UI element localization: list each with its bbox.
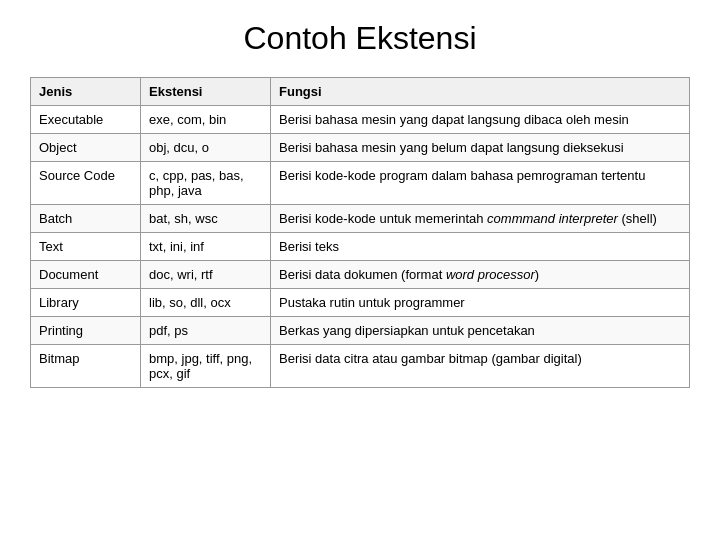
cell-fungsi: Pustaka rutin untuk programmer xyxy=(271,289,690,317)
cell-jenis: Printing xyxy=(31,317,141,345)
cell-ekstensi: txt, ini, inf xyxy=(141,233,271,261)
table-row: Source Codec, cpp, pas, bas, php, javaBe… xyxy=(31,162,690,205)
cell-ekstensi: c, cpp, pas, bas, php, java xyxy=(141,162,271,205)
cell-ekstensi: lib, so, dll, ocx xyxy=(141,289,271,317)
table-row: Bitmapbmp, jpg, tiff, png, pcx, gifBeris… xyxy=(31,345,690,388)
cell-jenis: Source Code xyxy=(31,162,141,205)
table-header-row: Jenis Ekstensi Fungsi xyxy=(31,78,690,106)
cell-ekstensi: bat, sh, wsc xyxy=(141,205,271,233)
cell-ekstensi: pdf, ps xyxy=(141,317,271,345)
cell-ekstensi: exe, com, bin xyxy=(141,106,271,134)
cell-fungsi: Berkas yang dipersiapkan untuk pencetaka… xyxy=(271,317,690,345)
cell-fungsi: Berisi teks xyxy=(271,233,690,261)
table-row: Objectobj, dcu, oBerisi bahasa mesin yan… xyxy=(31,134,690,162)
table-row: Texttxt, ini, infBerisi teks xyxy=(31,233,690,261)
cell-fungsi: Berisi data citra atau gambar bitmap (ga… xyxy=(271,345,690,388)
table-row: Librarylib, so, dll, ocxPustaka rutin un… xyxy=(31,289,690,317)
cell-fungsi: Berisi kode-kode untuk memerintah commma… xyxy=(271,205,690,233)
cell-jenis: Library xyxy=(31,289,141,317)
table-row: Batchbat, sh, wscBerisi kode-kode untuk … xyxy=(31,205,690,233)
header-ekstensi: Ekstensi xyxy=(141,78,271,106)
page-title: Contoh Ekstensi xyxy=(243,20,476,57)
cell-ekstensi: obj, dcu, o xyxy=(141,134,271,162)
cell-ekstensi: bmp, jpg, tiff, png, pcx, gif xyxy=(141,345,271,388)
header-fungsi: Fungsi xyxy=(271,78,690,106)
cell-fungsi: Berisi bahasa mesin yang dapat langsung … xyxy=(271,106,690,134)
cell-jenis: Document xyxy=(31,261,141,289)
cell-jenis: Text xyxy=(31,233,141,261)
cell-jenis: Bitmap xyxy=(31,345,141,388)
cell-jenis: Object xyxy=(31,134,141,162)
ekstensi-table: Jenis Ekstensi Fungsi Executableexe, com… xyxy=(30,77,690,388)
cell-fungsi: Berisi data dokumen (format word process… xyxy=(271,261,690,289)
table-row: Printingpdf, psBerkas yang dipersiapkan … xyxy=(31,317,690,345)
cell-fungsi: Berisi bahasa mesin yang belum dapat lan… xyxy=(271,134,690,162)
cell-jenis: Batch xyxy=(31,205,141,233)
cell-ekstensi: doc, wri, rtf xyxy=(141,261,271,289)
cell-fungsi: Berisi kode-kode program dalam bahasa pe… xyxy=(271,162,690,205)
cell-jenis: Executable xyxy=(31,106,141,134)
table-row: Documentdoc, wri, rtfBerisi data dokumen… xyxy=(31,261,690,289)
header-jenis: Jenis xyxy=(31,78,141,106)
table-row: Executableexe, com, binBerisi bahasa mes… xyxy=(31,106,690,134)
